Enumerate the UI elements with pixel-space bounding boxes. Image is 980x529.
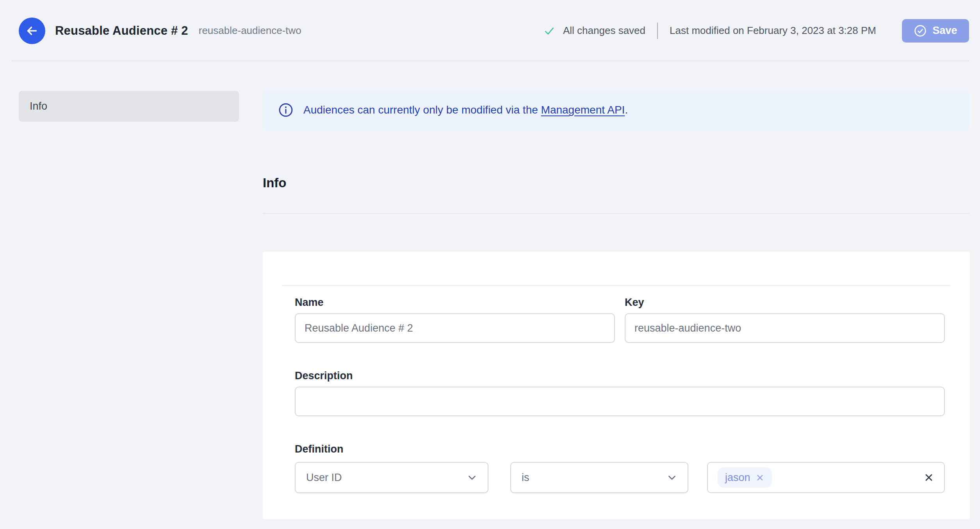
key-input[interactable] (625, 313, 945, 343)
name-label: Name (295, 297, 615, 308)
header-bar: Reusable Audience # 2 reusable-audience-… (0, 0, 980, 61)
banner-message: Audiences can currently only be modified… (303, 104, 628, 116)
arrow-left-icon (25, 24, 39, 38)
chevron-down-icon (467, 472, 477, 483)
audience-edit-page: Reusable Audience # 2 reusable-audience-… (0, 0, 980, 529)
definition-field-selected-value: User ID (306, 472, 342, 484)
definition-values-input[interactable]: jason (707, 462, 945, 493)
last-modified-text: Last modified on February 3, 2023 at 3:2… (670, 25, 876, 37)
info-banner: Audiences can currently only be modified… (263, 89, 970, 131)
chevron-down-icon (667, 472, 677, 483)
name-input[interactable] (295, 313, 615, 343)
header-vertical-divider (657, 23, 658, 39)
sidebar-item-info[interactable]: Info (19, 91, 239, 122)
description-label: Description (295, 371, 945, 381)
description-input[interactable] (295, 387, 945, 416)
page-title: Reusable Audience # 2 (55, 24, 188, 38)
definition-field-group: Definition User ID is (295, 444, 945, 493)
circle-check-icon (914, 24, 927, 37)
check-icon (543, 26, 555, 36)
value-tag-label: jason (725, 472, 750, 484)
banner-text-before: Audiences can currently only be modified… (303, 104, 541, 116)
definition-controls-row: User ID is (295, 462, 945, 493)
key-label: Key (625, 297, 945, 308)
header-right-group: All changes saved Last modified on Febru… (543, 19, 969, 43)
section-divider (263, 213, 970, 214)
section-heading: Info (263, 176, 286, 189)
audience-key-subtitle: reusable-audience-two (199, 25, 301, 37)
name-field-group: Name (295, 297, 615, 343)
definition-field-select[interactable]: User ID (295, 462, 488, 493)
definition-operator-selected-value: is (522, 472, 529, 484)
back-button[interactable] (19, 18, 45, 44)
description-field-group: Description (295, 371, 945, 416)
definition-label: Definition (295, 444, 945, 454)
remove-value-icon[interactable] (755, 473, 764, 482)
clear-values-icon[interactable] (923, 472, 934, 483)
save-button[interactable]: Save (902, 19, 969, 43)
banner-text-after: . (625, 104, 628, 116)
management-api-link[interactable]: Management API (541, 104, 625, 116)
definition-operator-select[interactable]: is (510, 462, 688, 493)
sidebar-item-label: Info (30, 100, 47, 112)
value-tag: jason (718, 467, 772, 488)
card-top-divider (282, 285, 951, 286)
info-circle-icon (278, 103, 293, 117)
key-field-group: Key (625, 297, 945, 343)
save-button-label: Save (932, 25, 957, 37)
info-card: Name Key Description Definition User ID (263, 252, 970, 519)
save-status-text: All changes saved (563, 25, 645, 37)
